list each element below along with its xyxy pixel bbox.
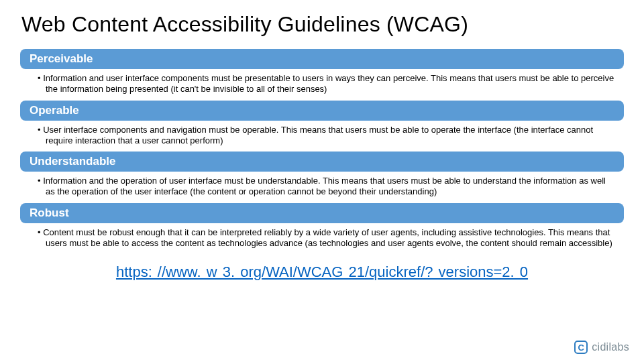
principle-header: Robust <box>20 203 624 223</box>
wcag-quickref-link[interactable]: https: //www. w 3. org/WAI/WCAG 21/quick… <box>116 263 528 280</box>
principle-header: Operable <box>20 101 624 121</box>
principle-desc: Information and the operation of user in… <box>46 176 616 198</box>
cidilabs-logo: C cidilabs <box>574 341 629 354</box>
principle-robust: Robust Content must be robust enough tha… <box>16 203 628 255</box>
principle-body: User interface components and navigation… <box>23 121 621 152</box>
principle-desc: User interface components and navigation… <box>46 125 616 147</box>
logo-mark-icon: C <box>574 341 588 354</box>
logo-text: cidilabs <box>592 341 629 353</box>
reference-link-row: https: //www. w 3. org/WAI/WCAG 21/quick… <box>16 263 628 281</box>
principle-body: Information and the operation of user in… <box>23 172 621 203</box>
principle-body: Information and user interface component… <box>23 69 621 101</box>
principle-header: Understandable <box>20 152 624 172</box>
slide: Web Content Accessibility Guidelines (WC… <box>0 0 644 362</box>
principle-desc: Content must be robust enough that it ca… <box>46 227 616 249</box>
principle-desc: Information and user interface component… <box>46 73 616 95</box>
principle-perceivable: Perceivable Information and user interfa… <box>16 49 628 101</box>
principle-header: Perceivable <box>20 49 624 69</box>
principle-understandable: Understandable Information and the opera… <box>16 152 628 203</box>
page-title: Web Content Accessibility Guidelines (WC… <box>21 12 623 37</box>
principle-operable: Operable User interface components and n… <box>16 101 628 152</box>
principle-body: Content must be robust enough that it ca… <box>23 223 621 255</box>
